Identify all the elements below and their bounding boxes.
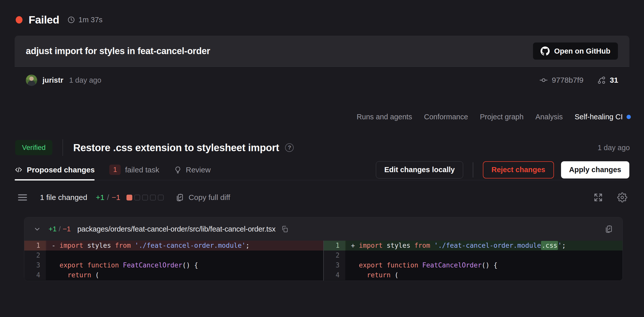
nav-item-project-graph[interactable]: Project graph [480, 113, 524, 121]
tab-proposed-changes[interactable]: Proposed changes [15, 160, 95, 180]
file-path: packages/orders/feat-cancel-order/src/li… [77, 225, 276, 233]
code-text: export function FeatCancelOrder() { [346, 260, 623, 270]
commit-card: adjust import for styles in feat-cancel-… [15, 36, 629, 94]
run-status-row: Failed 1m 37s [0, 0, 644, 26]
copy-patch-icon[interactable] [604, 224, 613, 234]
help-icon[interactable]: ? [285, 143, 294, 152]
notification-dot [627, 115, 631, 119]
diff-toolbar: 1 file changed +1 / −1 Copy full diff [18, 192, 627, 202]
diff-stat-square [150, 195, 156, 200]
commit-author: juristr 1 day ago [26, 75, 101, 86]
diff-line: 1+ import styles from './feat-cancel-ord… [324, 241, 623, 251]
divider [62, 139, 63, 156]
commit-card-header: adjust import for styles in feat-cancel-… [15, 36, 629, 66]
line-number: 4 [324, 270, 346, 280]
diff-stat-square [142, 195, 148, 200]
file-diff-header: +1 / −1 packages/orders/feat-cancel-orde… [24, 217, 622, 241]
code-text: return ( [346, 270, 623, 280]
chevron-down-icon[interactable] [33, 225, 41, 233]
line-number: 2 [24, 251, 47, 260]
tab-review[interactable]: Review [174, 160, 211, 180]
nav-item-self-healing-ci-label: Self-healing CI [575, 113, 623, 121]
commit-sha[interactable]: 9778b7f9 [539, 76, 583, 84]
branch-count[interactable]: 31 [597, 76, 618, 84]
toolbar-separator: / [107, 193, 109, 202]
copy-full-diff-button[interactable]: Copy full diff [175, 193, 230, 202]
run-duration: 1m 37s [67, 16, 102, 24]
avatar [26, 75, 37, 86]
author-name: juristr [42, 76, 63, 84]
diff-stat-square [158, 195, 164, 200]
line-number: 2 [324, 251, 346, 260]
fix-title: Restore .css extension to stylesheet imp… [73, 142, 279, 153]
lightbulb-icon [174, 166, 182, 174]
file-deletions: −1 [63, 225, 71, 233]
diff-line: 2 [324, 251, 623, 260]
diff-stat-squares [126, 195, 164, 200]
commit-icon [539, 76, 548, 84]
fix-tabs-row: Proposed changes 1 failed task Review Ed… [15, 160, 629, 180]
tab-proposed-changes-label: Proposed changes [27, 166, 95, 174]
diff-line: 4 return ( [24, 270, 323, 280]
expand-icon[interactable] [593, 193, 603, 202]
nav-item-conformance[interactable]: Conformance [424, 113, 468, 121]
clock-icon [67, 16, 75, 24]
clipboard-icon [175, 193, 184, 202]
diff-toolbar-right [593, 192, 627, 202]
open-on-github-button[interactable]: Open on GitHub [533, 42, 618, 60]
fix-time: 1 day ago [598, 144, 630, 152]
edit-changes-locally-button[interactable]: Edit changes locally [376, 161, 463, 178]
code-text [47, 251, 323, 260]
diff-pane-old: 1- import styles from './feat-cancel-ord… [24, 241, 323, 281]
gear-icon[interactable] [617, 192, 627, 202]
run-status-label: Failed [29, 14, 59, 26]
file-separator: / [59, 225, 61, 233]
verified-badge: Verified [15, 140, 52, 155]
menu-icon[interactable] [18, 194, 27, 201]
commit-time: 1 day ago [69, 76, 101, 84]
code-text [346, 251, 623, 260]
commit-sha-value: 9778b7f9 [552, 76, 583, 84]
branch-icon [597, 76, 606, 84]
nav-item-runs-and-agents[interactable]: Runs and agents [357, 113, 412, 121]
code-text: return ( [47, 270, 323, 280]
files-changed-label: 1 file changed [40, 193, 87, 202]
commit-title: adjust import for styles in feat-cancel-… [26, 46, 210, 56]
diff-pane-new: 1+ import styles from './feat-cancel-ord… [323, 241, 623, 281]
diff-line: 2 [24, 251, 323, 260]
line-number: 1 [24, 241, 47, 251]
diff-line: 4 return ( [324, 270, 623, 280]
commit-card-meta-row: juristr 1 day ago 9778b7f9 31 [15, 66, 629, 94]
diff-stat-square-filled [126, 195, 132, 200]
fix-header: Verified Restore .css extension to style… [0, 121, 644, 156]
copy-icon[interactable] [281, 225, 289, 233]
github-icon [541, 47, 550, 56]
nav-item-analysis[interactable]: Analysis [535, 113, 563, 121]
code-text: - import styles from './feat-cancel-orde… [47, 241, 323, 251]
reject-changes-button[interactable]: Reject changes [483, 161, 554, 178]
workspace-nav: Runs and agents Conformance Project grap… [0, 94, 644, 121]
tab-review-label: Review [186, 166, 211, 174]
tab-failed-task[interactable]: 1 failed task [109, 160, 159, 180]
file-diff-card: +1 / −1 packages/orders/feat-cancel-orde… [24, 217, 623, 281]
apply-changes-button[interactable]: Apply changes [561, 161, 629, 178]
toolbar-deletions: −1 [112, 193, 120, 202]
failed-task-count-badge: 1 [109, 165, 121, 175]
nav-item-self-healing-ci[interactable]: Self-healing CI [575, 113, 631, 121]
diff-line: 3 export function FeatCancelOrder() { [324, 260, 623, 270]
branch-count-value: 31 [610, 76, 618, 84]
status-failed-dot [16, 16, 23, 24]
diff-line: 3 export function FeatCancelOrder() { [24, 260, 323, 270]
line-number: 3 [24, 260, 47, 270]
commit-meta: 9778b7f9 31 [539, 76, 618, 84]
divider [473, 162, 473, 177]
open-on-github-label: Open on GitHub [554, 47, 610, 55]
code-icon [15, 166, 23, 174]
toolbar-additions: +1 [96, 193, 104, 202]
copy-full-diff-label: Copy full diff [189, 193, 230, 202]
diff-body: 1- import styles from './feat-cancel-ord… [24, 241, 622, 281]
diff-line: 1- import styles from './feat-cancel-ord… [24, 241, 323, 251]
tab-failed-task-label: failed task [125, 166, 159, 174]
line-number: 1 [324, 241, 346, 251]
code-text: + import styles from './feat-cancel-orde… [346, 241, 623, 251]
